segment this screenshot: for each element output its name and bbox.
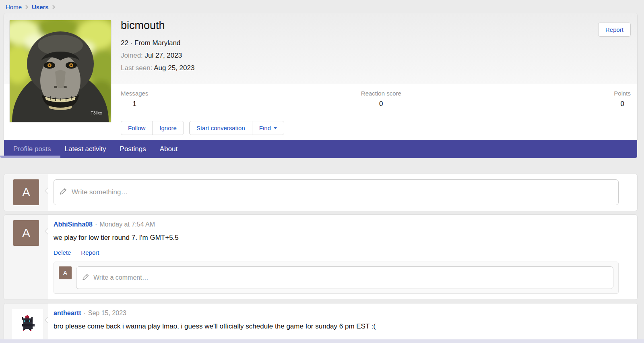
post-body-text: bro please come back i wanna play lmao, … [54,322,619,331]
breadcrumb: Home Users [0,0,644,13]
joined-line: Joined: Jul 27, 2023 [121,49,631,62]
stat-messages-value[interactable]: 1 [121,100,148,108]
post-separator: · [83,310,85,317]
report-button[interactable]: Report [598,23,631,37]
profile-post: antheartt · Sep 15, 2023 bro please come… [4,304,637,343]
post-timestamp[interactable]: Sep 15, 2023 [88,310,126,317]
post-action-links: Delete Report [54,249,619,256]
follow-button[interactable]: Follow [121,121,152,135]
comment-area: A Write a comment… [54,262,619,294]
profile-action-buttons: Follow Ignore Start conversation Find [121,121,631,135]
page-title-username: bicmouth [121,20,631,32]
post-author-avatar[interactable] [12,309,43,340]
joined-label: Joined: [121,52,143,59]
composer-content: Write something… [48,174,637,211]
profile-post: A AbhiSinha08 · Monday at 7:54 AM we pla… [4,215,637,299]
write-comment-input[interactable]: Write a comment… [76,266,613,289]
comment-user-avatar[interactable]: A [59,266,72,279]
pencil-icon [82,273,89,282]
stat-reaction-score-label: Reaction score [361,90,401,97]
stats-divider [121,115,631,115]
tab-postings[interactable]: Postings [113,140,153,158]
monkey-selfie-avatar-image: F3lixx [10,20,111,122]
stat-points-label: Points [614,90,631,97]
chevron-right-icon [25,5,28,9]
post-body-text: we play for low tier round 7. I'm GMT+5.… [54,233,619,243]
joined-value: Jul 27, 2023 [145,52,182,59]
post-header: AbhiSinha08 · Monday at 7:54 AM [54,221,619,228]
profile-tab-bar: Profile posts Latest activity Postings A… [4,140,637,158]
stats-row: Messages 1 Reaction score 0 Points 0 [121,90,631,108]
post-separator: · [95,221,97,228]
stat-reaction-score-value: 0 [361,100,401,108]
last-seen-line: Last seen: Aug 25, 2023 [121,62,631,74]
pixel-fox-sprite [19,315,37,333]
find-menu-button[interactable]: Find [252,121,284,135]
profile-header: F3lixx bicmouth 22 · From Maryland Joine… [4,13,637,84]
post-content: AbhiSinha08 · Monday at 7:54 AM we play … [48,215,637,299]
write-something-input[interactable]: Write something… [54,179,619,205]
profile-post-composer-block: A Write something… [4,174,637,211]
follow-ignore-group: Follow Ignore [121,121,184,135]
stat-messages: Messages 1 [121,90,148,108]
post-header: antheartt · Sep 15, 2023 [54,310,619,317]
write-something-placeholder: Write something… [72,188,128,196]
report-link[interactable]: Report [81,249,99,256]
breadcrumb-users-link[interactable]: Users [32,4,49,10]
post-author-link[interactable]: antheartt [54,310,81,317]
ignore-button[interactable]: Ignore [152,121,184,135]
delete-link[interactable]: Delete [54,249,71,256]
tab-latest-activity[interactable]: Latest activity [58,140,113,158]
post-content: antheartt · Sep 15, 2023 bro please come… [48,304,637,343]
post-gutter: A [4,215,48,299]
tab-about[interactable]: About [153,140,184,158]
stat-points: Points 0 [614,90,631,108]
chevron-right-icon [52,5,55,9]
start-conversation-button[interactable]: Start conversation [190,121,252,135]
tab-profile-posts[interactable]: Profile posts [6,140,58,158]
post-timestamp[interactable]: Monday at 7:54 AM [99,221,155,228]
last-seen-label: Last seen: [121,64,152,72]
stat-points-value[interactable]: 0 [614,100,631,108]
post-author-link[interactable]: AbhiSinha08 [54,221,93,228]
current-user-avatar[interactable]: A [13,179,39,205]
stat-reaction-score: Reaction score 0 [361,90,401,108]
pencil-icon [60,187,67,197]
stat-messages-label: Messages [121,90,148,97]
conversation-find-group: Start conversation Find [189,121,284,135]
viewport-bottom-strip [0,339,644,343]
svg-text:F3lixx: F3lixx [91,110,102,115]
last-seen-value: Aug 25, 2023 [154,64,194,72]
composer-gutter: A [4,174,48,211]
find-label: Find [259,125,271,131]
profile-card: F3lixx bicmouth 22 · From Maryland Joine… [4,13,637,140]
age-location-line: 22 · From Maryland [121,37,631,49]
write-comment-placeholder: Write a comment… [93,274,149,281]
breadcrumb-home-link[interactable]: Home [6,4,22,10]
caret-down-icon [274,127,277,131]
post-gutter [4,304,48,343]
post-author-avatar[interactable]: A [13,220,39,246]
profile-avatar[interactable]: F3lixx [10,20,111,122]
